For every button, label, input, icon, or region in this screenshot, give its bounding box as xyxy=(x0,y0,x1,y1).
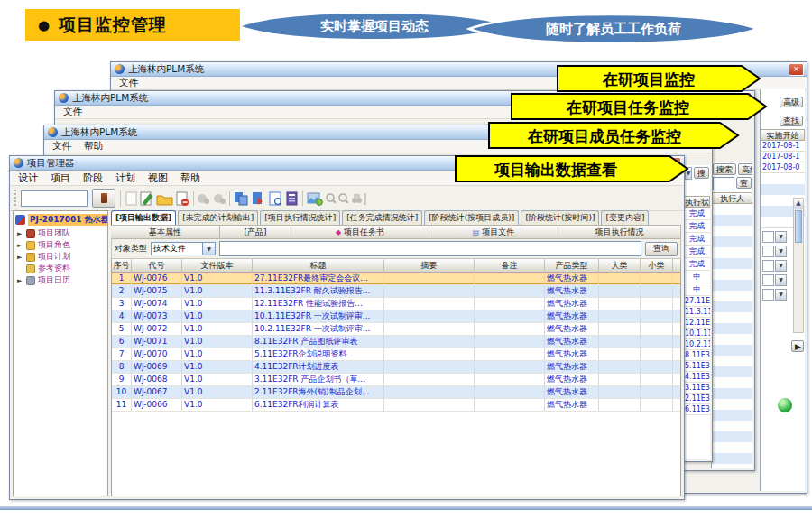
tree-root[interactable]: PJ-2017001 热水器 xyxy=(15,214,107,226)
table-row[interactable]: 2 WJ-0075 V1.0 11.3.11E32FR 耐久试验报告... 燃气… xyxy=(112,285,680,298)
column-header[interactable]: 序号 xyxy=(112,259,132,272)
tab-basic-properties[interactable]: 基本属性 xyxy=(111,225,220,239)
column-header[interactable]: 备注 xyxy=(475,259,545,272)
locate-button[interactable] xyxy=(92,189,115,208)
table-row[interactable]: 8 WJ-0069 V1.0 4.11E32FR计划进度表 燃气热水器 xyxy=(112,361,680,374)
column-header[interactable]: 摘要 xyxy=(384,259,475,272)
quick-search-input[interactable] xyxy=(21,190,88,207)
filter-keyword-input[interactable] xyxy=(219,241,641,256)
date-cell[interactable]: 2017-08-0 xyxy=(761,162,805,173)
truncated-title-cell[interactable]: 8.11E3 xyxy=(684,350,710,361)
checkout-icon[interactable] xyxy=(198,194,209,204)
find-button[interactable]: 查找 xyxy=(780,116,803,126)
status-cell[interactable]: 中 xyxy=(684,283,710,296)
table-row[interactable]: 10 WJ-0067 V1.0 2.11E32FR海外(销)制品企划... 燃气… xyxy=(112,386,680,399)
query-button[interactable]: 查询 xyxy=(645,242,678,256)
zoom-out-icon[interactable] xyxy=(339,194,348,203)
menu-item[interactable]: 文件 xyxy=(57,106,88,118)
query-button[interactable]: 查 xyxy=(736,177,752,189)
search-input[interactable] xyxy=(713,177,734,190)
tab-execution-status[interactable]: 项目执行情况 xyxy=(558,225,681,239)
date-cell[interactable]: 2017-08-1 xyxy=(761,152,805,162)
tree-item[interactable]: ► 项目团队 xyxy=(14,227,107,239)
truncated-title-cell[interactable]: 10.2.11 xyxy=(684,339,710,350)
truncated-title-cell[interactable]: 5.11E3 xyxy=(684,361,710,372)
window1-close-button[interactable]: × xyxy=(789,63,804,76)
menu-item[interactable]: 文件 xyxy=(113,77,144,89)
report-tab[interactable]: [项目输出数据] xyxy=(111,210,176,225)
truncated-title-cell[interactable]: 11.3.11 xyxy=(684,307,710,318)
menu-item[interactable]: 视图 xyxy=(142,171,174,185)
binoculars-icon[interactable] xyxy=(352,194,362,203)
new-document-icon[interactable] xyxy=(126,192,136,205)
open-folder-icon[interactable] xyxy=(157,196,172,205)
tab-project-files[interactable]: ▤项目文件 xyxy=(429,225,558,239)
report-tab[interactable]: [未完成的计划输出] xyxy=(178,210,258,225)
report-tab[interactable]: [阶段统计(按项目成员)] xyxy=(424,210,519,225)
search-button[interactable]: 搜索 xyxy=(713,163,736,175)
tree-item[interactable]: 参考资料 xyxy=(14,263,107,274)
advanced-button[interactable]: 高级 xyxy=(780,97,803,107)
date-cell[interactable]: 2017-08-1 xyxy=(761,141,805,152)
status-cell[interactable]: 完成 xyxy=(684,220,710,233)
table-row[interactable]: 1 WJ-0076 V1.0 27.11E32FR最终审定会会议... 燃气热水… xyxy=(112,273,680,285)
tree-expander-icon[interactable]: ► xyxy=(17,242,23,249)
delete-document-icon[interactable] xyxy=(177,192,189,206)
status-cell[interactable]: 完成 xyxy=(684,258,710,271)
checkin-icon[interactable] xyxy=(214,194,226,204)
notebook-icon[interactable] xyxy=(287,192,297,205)
menu-item[interactable]: 计划 xyxy=(109,171,142,185)
preview-document-icon[interactable] xyxy=(270,192,281,205)
column-header[interactable]: 大类 xyxy=(599,259,641,272)
truncated-title-cell[interactable]: 12.11E xyxy=(684,318,710,329)
report-tab[interactable]: [项目执行情况统计] xyxy=(260,210,340,225)
toolbar-grip[interactable] xyxy=(14,190,16,208)
menu-item[interactable]: 帮助 xyxy=(174,171,207,185)
document-icon[interactable] xyxy=(364,193,366,205)
table-row[interactable]: 3 WJ-0074 V1.0 12.11E32FR 性能试验报告... 燃气热水… xyxy=(112,298,680,310)
executor-column-header[interactable]: 执行人 xyxy=(712,192,752,204)
column-header[interactable]: 代号 xyxy=(132,259,182,272)
table-row[interactable]: 6 WJ-0071 V1.0 8.11E32FR 产品图纸评审表 燃气热水器 xyxy=(112,336,680,348)
image-refresh-icon[interactable] xyxy=(308,193,322,205)
truncated-title-cell[interactable]: 27.11E3 xyxy=(684,296,710,307)
move-document-icon[interactable] xyxy=(253,192,263,205)
truncated-title-cell[interactable]: 6.11E3 xyxy=(684,404,710,415)
search-button[interactable]: 搜 xyxy=(694,167,709,179)
column-header[interactable]: 产品类型 xyxy=(545,259,599,272)
tree-expander-icon[interactable]: ► xyxy=(17,230,23,237)
edit-document-icon[interactable] xyxy=(141,192,152,205)
table-row[interactable]: 9 WJ-0068 V1.0 3.11E32FR 产品企划书（草... 燃气热水… xyxy=(112,374,680,386)
column-header[interactable]: 标题 xyxy=(253,259,384,272)
tree-expander-icon[interactable]: ► xyxy=(17,277,23,284)
column-header[interactable]: 小类 xyxy=(641,259,673,272)
report-tab[interactable]: [变更内容] xyxy=(601,210,649,225)
table-row[interactable]: 7 WJ-0070 V1.0 5.11E32FR企划说明资料 燃气热水器 xyxy=(112,348,680,361)
scroll-up-arrow[interactable]: ▲ xyxy=(794,199,803,209)
menu-item[interactable]: 帮助 xyxy=(78,140,109,153)
start-date-column-header[interactable]: 实施开始 xyxy=(761,129,805,141)
expand-right-button[interactable]: ▶ xyxy=(791,340,804,352)
menu-item[interactable]: 文件 xyxy=(46,140,78,153)
column-header[interactable]: 文件版本 xyxy=(182,259,253,272)
tree-item[interactable]: ► 项目计划 xyxy=(14,251,107,263)
zoom-in-icon[interactable] xyxy=(327,194,336,203)
menu-item[interactable]: 阶段 xyxy=(77,171,109,185)
tree-expander-icon[interactable]: ► xyxy=(17,254,23,261)
structure-copy-icon[interactable] xyxy=(235,192,247,205)
tree-item[interactable]: ► 项目角色 xyxy=(14,239,107,251)
table-row[interactable]: 11 WJ-0066 V1.0 6.11E32FR利润计算表 燃气热水器 xyxy=(112,399,680,412)
tab-product[interactable]: [产品] xyxy=(219,225,291,239)
status-cell[interactable]: 完成 xyxy=(684,233,710,246)
menu-item[interactable]: 项目 xyxy=(44,171,77,185)
table-row[interactable]: 4 WJ-0073 V1.0 10.1.11E32FR 一次试制评审... 燃气… xyxy=(112,310,680,323)
report-tab[interactable]: [任务完成情况统计] xyxy=(342,210,422,225)
tab-task-book[interactable]: ◆项目任务书 xyxy=(291,225,429,239)
table-row[interactable]: 5 WJ-0072 V1.0 10.2.11E32FR 一次试制评审... 燃气… xyxy=(112,323,680,336)
advanced-button[interactable]: 高级 xyxy=(738,163,752,175)
report-tab[interactable]: [阶段统计(按时间)] xyxy=(521,210,599,225)
truncated-title-cell[interactable]: 10.1.11 xyxy=(684,329,710,339)
window1-vertical-scrollbar[interactable]: ▲ xyxy=(793,198,804,333)
status-cell[interactable]: 中 xyxy=(684,271,710,283)
tree-item[interactable]: ► 项目日历 xyxy=(14,274,107,286)
